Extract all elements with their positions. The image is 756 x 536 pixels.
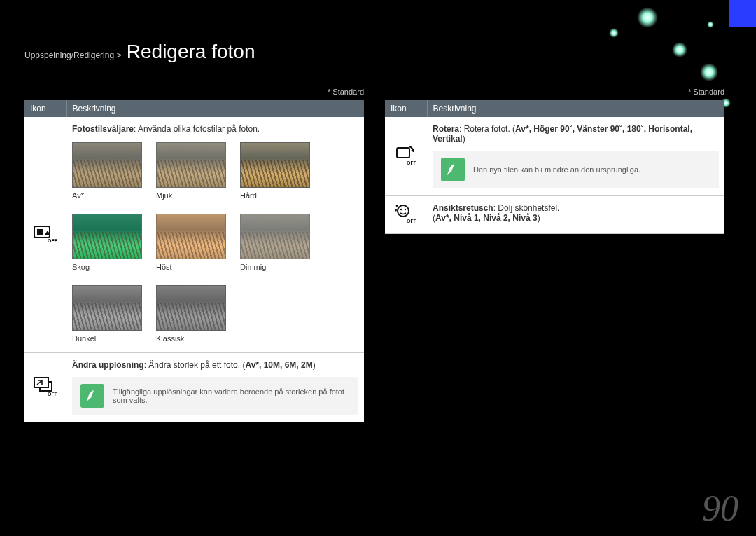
thumb-image: [156, 285, 226, 331]
photostyle-thumbnails: Av*MjukHårdSkogHöstDimmigDunkelKlassisk: [72, 142, 358, 343]
breadcrumb: Uppspelning/Redigering > Redigera foton: [24, 41, 255, 63]
content-columns: * Standard Ikon Beskrivning: [24, 88, 724, 422]
fotostil-text: : Använda olika fotostilar på foton.: [134, 124, 260, 134]
thumb-dunkel: Dunkel: [72, 285, 142, 343]
thumb-caption: Dimmig: [240, 263, 310, 271]
thumb-av: Av*: [72, 142, 142, 200]
rotera-text: : Rotera fotot. (: [459, 124, 515, 134]
ansikt-close: ): [538, 213, 540, 223]
ansikt-label: Ansiktsretusch: [433, 203, 493, 213]
thumb-hard: Hård: [240, 142, 310, 200]
svg-rect-6: [397, 148, 410, 158]
photostyle-off-icon: OFF: [33, 224, 58, 245]
svg-text:OFF: OFF: [407, 160, 417, 165]
resize-close: ): [313, 360, 316, 370]
svg-text:OFF: OFF: [48, 392, 57, 397]
right-column: * Standard Ikon Beskrivning: [385, 88, 724, 422]
thumb-caption: Skog: [72, 263, 142, 271]
ansikt-text: : Dölj skönhetsfel.: [493, 203, 560, 213]
th-besk-r: Beskrivning: [427, 100, 724, 117]
thumb-image: [156, 214, 226, 259]
page-color-tab: [729, 0, 756, 27]
left-table: Ikon Beskrivning OFF: [24, 100, 364, 422]
svg-rect-1: [37, 229, 43, 235]
svg-rect-4: [34, 378, 48, 387]
note-pen-icon: [80, 384, 104, 408]
resize-note-text: Tillgängliga upplösningar kan variera be…: [113, 387, 350, 404]
left-column: * Standard Ikon Beskrivning: [24, 88, 364, 422]
fotostil-label: Fotostilsväljare: [72, 124, 134, 134]
thumb-caption: Av*: [72, 191, 142, 200]
thumb-caption: Höst: [156, 263, 226, 271]
resize-note-box: Tillgängliga upplösningar kan variera be…: [72, 377, 358, 415]
row-andraupplosning: OFF Ändra upplösning: Ändra storlek på e…: [24, 353, 364, 422]
thumb-caption: Klassisk: [156, 334, 226, 343]
thumb-caption: Mjuk: [156, 191, 226, 200]
right-table: Ikon Beskrivning OFF: [385, 100, 724, 234]
thumb-image: [72, 142, 142, 188]
page-number: 90: [702, 488, 738, 529]
rotate-off-icon: OFF: [393, 145, 419, 166]
svg-point-9: [398, 205, 409, 217]
th-ikon: Ikon: [24, 100, 66, 117]
thumb-klassisk: Klassisk: [156, 285, 226, 343]
thumb-skog: Skog: [72, 214, 142, 271]
row-fotostil: OFF Fotostilsväljare: Använda olika foto…: [24, 117, 364, 353]
note-pen-icon: [441, 158, 465, 181]
resize-text: : Ändra storlek på ett foto. (: [144, 360, 246, 370]
resize-label: Ändra upplösning: [72, 360, 144, 370]
svg-text:OFF: OFF: [407, 219, 417, 224]
th-ikon-r: Ikon: [385, 100, 427, 117]
rotera-close: ): [463, 134, 465, 144]
svg-point-10: [400, 209, 402, 210]
row-ansiktsretusch: OFF Ansiktsretusch: Dölj skönhetsfel. (A…: [385, 196, 724, 234]
thumb-dimmig: Dimmig: [240, 214, 310, 271]
breadcrumb-path: Uppspelning/Redigering >: [24, 50, 121, 60]
thumb-image: [240, 142, 310, 188]
row-rotera: OFF Rotera: Rotera fotot. (Av*, Höger 90…: [385, 117, 724, 196]
page-title: Redigera foton: [127, 41, 255, 62]
th-besk: Beskrivning: [66, 100, 364, 117]
ansikt-opts: Av*, Nivå 1, Nivå 2, Nivå 3: [435, 213, 538, 223]
faceretouch-off-icon: OFF: [393, 203, 419, 224]
thumb-mjuk: Mjuk: [156, 142, 226, 200]
rotera-note-box: Den nya filen kan bli mindre än den ursp…: [433, 151, 719, 188]
thumb-image: [156, 142, 226, 188]
resize-opts: Av*, 10M, 6M, 2M: [245, 360, 312, 370]
thumb-image: [72, 214, 142, 259]
thumb-caption: Dunkel: [72, 334, 142, 343]
standard-marker-right: * Standard: [385, 88, 724, 96]
resize-off-icon: OFF: [33, 376, 58, 397]
rotera-label: Rotera: [433, 124, 459, 134]
thumb-caption: Hård: [240, 191, 310, 200]
thumb-host: Höst: [156, 214, 226, 271]
thumb-image: [72, 285, 142, 331]
standard-marker-left: * Standard: [24, 88, 364, 96]
svg-text:OFF: OFF: [48, 238, 57, 243]
rotera-note-text: Den nya filen kan bli mindre än den ursp…: [473, 165, 640, 174]
svg-point-11: [405, 209, 406, 210]
thumb-image: [240, 214, 310, 259]
